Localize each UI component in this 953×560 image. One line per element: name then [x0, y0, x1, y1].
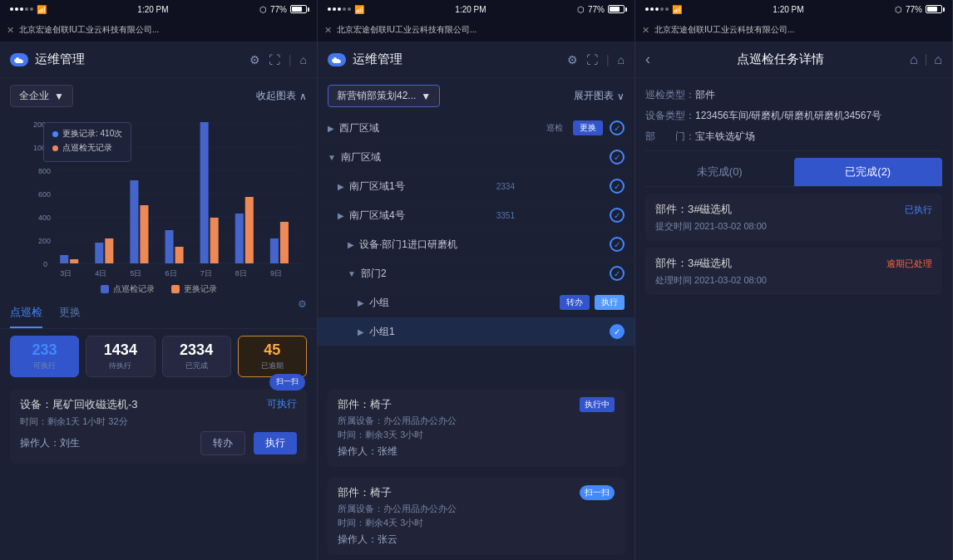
tree-check-1[interactable]: ✓ [610, 150, 625, 165]
tree-item-3[interactable]: ▶ 南厂区域4号 3351 ✓ [318, 201, 635, 230]
svg-rect-15 [95, 243, 103, 263]
chevron-up-icon: ∧ [299, 91, 307, 102]
result-card-1: 部件：3#磁选机 已执行 提交时间 2021-03-02 08:00 [645, 194, 942, 241]
bluetooth-icon: ⬡ [259, 5, 267, 14]
tab-complete[interactable]: 已完成(2) [794, 158, 943, 186]
detail-row-device: 设备类型： 123456车间/研磨机/研磨机研磨机34567号 [645, 109, 942, 123]
task-card-2b: 部件：椅子 扫一扫 所属设备：办公用品办公办公 时间：剩余4天 3小时 操作人：… [328, 477, 625, 555]
battery-icon [290, 5, 307, 13]
toolbar-row-1: 全企业 ▼ 收起图表 ∧ [0, 78, 317, 114]
tree-check-7[interactable]: ✓ [610, 324, 625, 339]
svg-text:5日: 5日 [130, 269, 141, 278]
home-icon-2[interactable]: ⌂ [618, 53, 625, 66]
close-icon-3[interactable]: ✕ [642, 25, 649, 36]
nav-title-1: 运维管理 [35, 52, 85, 67]
detail-divider [645, 150, 942, 151]
share-icon[interactable]: ⌂ [934, 52, 942, 67]
detail-row-dept: 部 门： 宝丰铁选矿场 [645, 130, 942, 144]
scan-qr-btn[interactable]: 扫一扫 [269, 374, 305, 391]
signal-dots [10, 7, 33, 11]
tree-execute-btn-6[interactable]: 执行 [595, 295, 625, 310]
svg-text:400: 400 [38, 214, 51, 222]
tree-check-3[interactable]: ✓ [610, 208, 625, 223]
filter-icon[interactable]: ⚙ [249, 53, 260, 66]
home-icon-3[interactable]: ⌂ [910, 52, 918, 67]
task-card-2a: 部件：椅子 执行中 所属设备：办公用品办公办公 时间：剩余3天 3小时 操作人：… [328, 389, 625, 467]
tree-item-7[interactable]: ▶ 小组1 ✓ [318, 317, 635, 346]
tree-item-0[interactable]: ▶ 西厂区域 巡检 更换 ✓ [318, 114, 635, 143]
time-display: 1:20 PM [137, 5, 168, 14]
home-icon[interactable]: ⌂ [300, 53, 307, 66]
svg-rect-27 [280, 222, 289, 263]
execute-btn-1[interactable]: 执行 [254, 432, 297, 454]
settings-icon[interactable]: ⚙ [298, 298, 307, 328]
complete-tabs: 未完成(0) 已完成(2) [645, 158, 942, 187]
stat-executable: 233 可执行 [10, 336, 79, 377]
transfer-btn-1[interactable]: 转办 [200, 431, 245, 455]
svg-text:200: 200 [38, 237, 51, 245]
expand-chart-btn[interactable]: 展开图表 ∨ [574, 89, 625, 103]
dropdown-caret-2: ▼ [421, 91, 431, 102]
cloud-icon [10, 53, 28, 66]
status-done-badge: 已执行 [905, 204, 932, 216]
close-icon[interactable]: ✕ [7, 25, 14, 36]
tab-update[interactable]: 更换 [59, 298, 81, 328]
tree-item-1[interactable]: ▼ 南厂区域 ✓ [318, 143, 635, 172]
status-late-badge: 逾期已处理 [886, 258, 932, 270]
fullscreen-icon[interactable]: ⛶ [269, 53, 280, 66]
tab-patrol[interactable]: 点巡检 [10, 298, 42, 328]
tree-check-5[interactable]: ✓ [610, 266, 625, 281]
filter-icon-2[interactable]: ⚙ [567, 53, 578, 66]
tab-incomplete[interactable]: 未完成(0) [645, 158, 794, 186]
tree-item-6[interactable]: ▶ 小组 转办 执行 [318, 288, 635, 317]
svg-text:4日: 4日 [95, 269, 106, 278]
task-card-1: 设备：尾矿回收磁选机-3 可执行 时间：剩余1天 1小时 32分 操作人：刘生 … [10, 389, 307, 464]
tree-update-btn-0[interactable]: 更换 [573, 120, 603, 135]
close-icon-2[interactable]: ✕ [324, 25, 332, 36]
detail-row-type: 巡检类型： 部件 [645, 88, 942, 102]
wifi-icon-3: 📶 [672, 5, 682, 14]
battery-percent: 77% [270, 5, 287, 14]
svg-text:6日: 6日 [165, 269, 177, 278]
panel-2: 📶 1:20 PM ⬡ 77% ✕ 北京宏途创联IU工业云科技有限公司... 运… [318, 0, 635, 560]
panel-1: 📶 1:20 PM ⬡ 77% ✕ 北京宏途创联IU工业云科技有限公司... 运… [0, 0, 318, 560]
cloud-icon-2 [328, 53, 346, 66]
time-display-3: 1:20 PM [773, 5, 803, 14]
svg-text:0: 0 [43, 260, 47, 268]
svg-rect-14 [60, 255, 68, 263]
svg-text:8日: 8日 [235, 269, 247, 278]
tree-check-0[interactable]: ✓ [610, 120, 625, 135]
wifi-icon-2: 📶 [354, 5, 364, 14]
dropdown-arrow: ▼ [54, 91, 64, 102]
svg-rect-18 [200, 122, 209, 263]
scan-badge[interactable]: 扫一扫 [580, 485, 615, 500]
svg-rect-20 [270, 238, 279, 263]
tree-transfer-btn-6[interactable]: 转办 [560, 295, 590, 310]
status-bar-1: 📶 1:20 PM ⬡ 77% [0, 0, 317, 18]
browser-title-1: 北京宏途创联IU工业云科技有限公司... [19, 24, 310, 36]
chart-legend: 点巡检记录 更换记录 [0, 280, 317, 298]
fullscreen-icon-2[interactable]: ⛶ [586, 53, 598, 66]
svg-rect-25 [210, 218, 219, 263]
svg-rect-17 [165, 230, 174, 263]
tree-check-2[interactable]: ✓ [610, 179, 625, 194]
collapse-chart-btn[interactable]: 收起图表 ∧ [256, 89, 307, 103]
enterprise-dropdown[interactable]: 全企业 ▼ [10, 85, 73, 107]
browser-bar-2: ✕ 北京宏途创联IU工业云科技有限公司... [318, 18, 635, 42]
tree-item-2[interactable]: ▶ 南厂区域1号 2334 ✓ [318, 172, 635, 201]
browser-bar-1: ✕ 北京宏途创联IU工业云科技有限公司... [0, 18, 317, 42]
nav-bar-2: 运维管理 ⚙ ⛶ | ⌂ [318, 42, 635, 78]
chevron-down-icon: ∨ [617, 91, 625, 102]
nav-bar-1: 运维管理 ⚙ ⛶ | ⌂ [0, 42, 317, 78]
tree-list: ▶ 西厂区域 巡检 更换 ✓ ▼ 南厂区域 ✓ ▶ 南厂区域1号 2334 ✓ … [318, 114, 635, 386]
tree-item-5[interactable]: ▼ 部门2 ✓ [318, 259, 635, 288]
battery-icon-3 [926, 5, 942, 13]
stat-pending: 1434 待执行 [86, 336, 155, 377]
svg-text:7日: 7日 [200, 269, 212, 278]
tree-item-4[interactable]: ▶ 设备·部门1进口研磨机 ✓ [318, 230, 635, 259]
tree-check-4[interactable]: ✓ [610, 237, 625, 252]
plan-dropdown[interactable]: 新营销部策划42... ▼ [328, 85, 440, 107]
svg-text:3日: 3日 [60, 269, 72, 278]
browser-bar-3: ✕ 北京宏途创联IU工业云科技有限公司... [635, 18, 952, 42]
panel-3: 📶 1:20 PM ⬡ 77% ✕ 北京宏途创联IU工业云科技有限公司... ‹… [635, 0, 953, 560]
